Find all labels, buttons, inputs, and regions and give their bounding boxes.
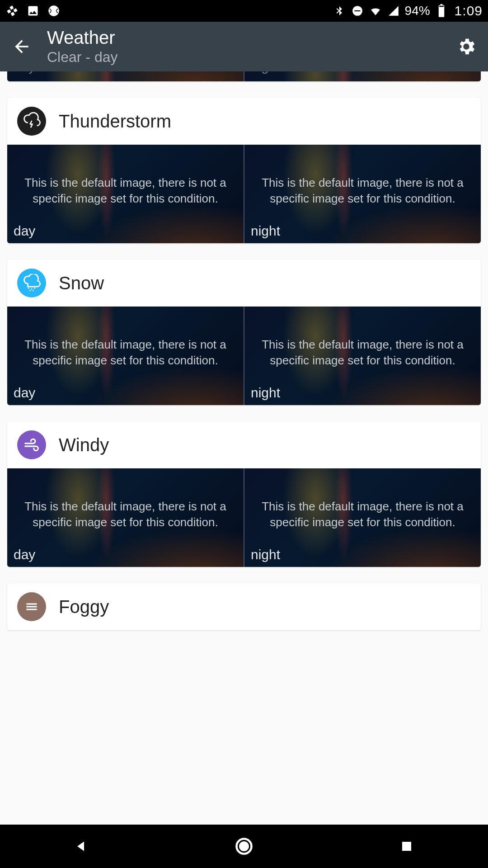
condition-card-foggy[interactable]: Foggy (7, 583, 481, 630)
wind-icon (17, 430, 46, 459)
status-right: 94% 1:09 (333, 3, 483, 19)
nav-home-button[interactable] (226, 828, 262, 864)
condition-title: Windy (59, 435, 109, 455)
status-bar: 94% 1:09 (0, 0, 488, 22)
default-message: This is the default image, there is not … (244, 337, 481, 368)
night-pane[interactable]: This is the default image, there is not … (244, 468, 481, 567)
day-pane[interactable]: This is the default image, there is not … (7, 468, 244, 567)
arrow-left-icon (12, 37, 32, 57)
appbar-titles: Weather Clear - day (47, 28, 118, 66)
fog-icon (17, 592, 46, 621)
day-pane[interactable]: This is the default image, there is not … (7, 307, 244, 405)
svg-point-15 (239, 841, 249, 851)
pane-label-day: day (14, 547, 35, 562)
svg-point-0 (48, 5, 59, 16)
dnd-icon (351, 4, 364, 18)
nav-back-button[interactable] (63, 828, 99, 864)
image-icon (26, 4, 40, 18)
day-pane[interactable]: day (7, 71, 244, 81)
default-message: This is the default image, there is not … (244, 175, 481, 207)
page-title: Weather (47, 28, 118, 48)
battery-icon (435, 4, 448, 18)
pane-label-day: day (14, 385, 35, 401)
default-message: This is the default image, there is not … (7, 175, 244, 207)
circle-icon (234, 836, 254, 856)
card-header: Thunderstorm (7, 98, 481, 145)
condition-title: Thunderstorm (59, 111, 171, 132)
night-pane[interactable]: This is the default image, there is not … (244, 307, 481, 405)
day-pane[interactable]: This is the default image, there is not … (7, 145, 244, 243)
back-button[interactable] (9, 34, 34, 59)
triangle-left-icon (73, 838, 89, 854)
pane-label-night: night (251, 71, 280, 74)
clock-text: 1:09 (455, 3, 483, 19)
pane-label-night: night (251, 385, 280, 401)
gear-icon (456, 36, 477, 57)
card-header: Windy (7, 421, 481, 468)
card-body: This is the default image, there is not … (7, 145, 481, 243)
condition-card-windy[interactable]: Windy This is the default image, there i… (7, 421, 481, 567)
pane-label-night: night (251, 547, 280, 562)
default-message: This is the default image, there is not … (7, 337, 244, 368)
square-icon (400, 840, 413, 853)
condition-title: Snow (59, 273, 104, 293)
condition-card-snow[interactable]: Snow This is the default image, there is… (7, 259, 481, 405)
status-left (5, 4, 61, 18)
card-body: This is the default image, there is not … (7, 307, 481, 405)
snow-icon (17, 269, 46, 297)
app-bar: Weather Clear - day (0, 22, 488, 71)
card-body: day night (7, 71, 481, 81)
signal-icon (387, 4, 400, 18)
svg-rect-2 (354, 10, 360, 11)
pane-label-day: day (14, 71, 35, 74)
pinwheel-icon (5, 4, 19, 18)
pane-label-night: night (251, 223, 280, 239)
condition-card-thunderstorm[interactable]: Thunderstorm This is the default image, … (7, 98, 481, 243)
night-pane[interactable]: This is the default image, there is not … (244, 145, 481, 243)
card-header: Foggy (7, 583, 481, 630)
nav-recent-button[interactable] (389, 828, 425, 864)
night-pane[interactable]: night (244, 71, 481, 81)
default-message: This is the default image, there is not … (244, 499, 481, 530)
svg-rect-16 (402, 842, 411, 851)
settings-button[interactable] (454, 34, 479, 59)
card-header: Snow (7, 259, 481, 307)
condition-title: Foggy (59, 597, 109, 617)
wifi-icon (369, 4, 382, 18)
pane-label-day: day (14, 223, 35, 239)
svg-rect-4 (440, 4, 442, 6)
battery-percent: 94% (405, 4, 430, 18)
content-scroll[interactable]: day night Thunderstorm This is the defau… (0, 71, 488, 825)
condition-card-partial-top[interactable]: day night (7, 71, 481, 81)
ball-icon (47, 4, 61, 18)
navigation-bar (0, 825, 488, 868)
default-message: This is the default image, there is not … (7, 499, 244, 530)
card-body: This is the default image, there is not … (7, 468, 481, 567)
bluetooth-icon (333, 4, 346, 18)
svg-rect-3 (438, 5, 444, 17)
thunderstorm-icon (17, 107, 46, 136)
svg-rect-5 (439, 6, 444, 7)
page-subtitle: Clear - day (47, 49, 118, 66)
